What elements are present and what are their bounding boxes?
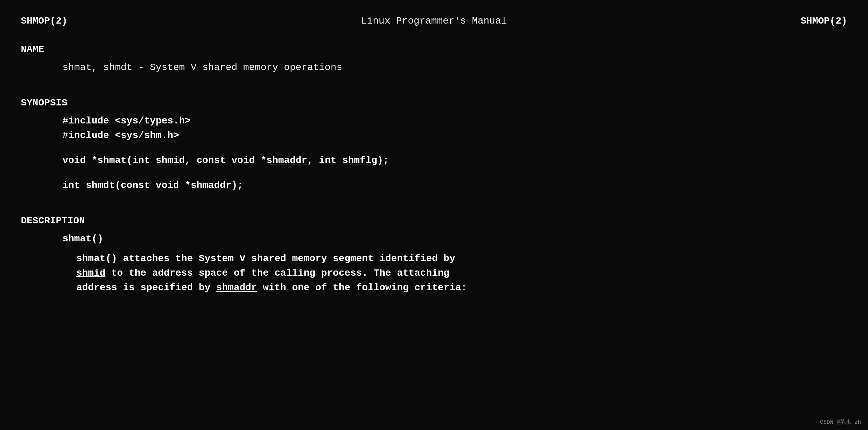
- description-label: DESCRIPTION: [21, 214, 847, 228]
- description-line1: shmat() attaches the System V shared mem…: [21, 251, 847, 266]
- name-content: shmat, shmdt - System V shared memory op…: [21, 60, 847, 75]
- func1-arg1: shmid: [156, 155, 185, 166]
- synopsis-func1: void *shmat(int shmid, const void *shmad…: [21, 153, 847, 168]
- func1-middle1: , const void *: [185, 155, 266, 166]
- synopsis-include2: #include <sys/shm.h>: [21, 128, 847, 143]
- synopsis-label: SYNOPSIS: [21, 96, 847, 110]
- name-label: NAME: [21, 42, 847, 57]
- synopsis-func2: int shmdt(const void *shmaddr);: [21, 178, 847, 193]
- func2-suffix: );: [231, 180, 243, 191]
- desc-line2-suffix: to the address space of the calling proc…: [105, 268, 449, 278]
- section-name: NAME shmat, shmdt - System V shared memo…: [21, 42, 847, 75]
- header-center: Linux Programmer's Manual: [361, 14, 507, 28]
- func1-arg3: shmflg: [342, 155, 377, 166]
- func2-arg1: shmaddr: [191, 180, 232, 191]
- func1-middle2: , int: [307, 155, 342, 166]
- header-right: SHMOP(2): [801, 14, 847, 28]
- man-header: SHMOP(2) Linux Programmer's Manual SHMOP…: [21, 14, 847, 28]
- description-shmat-sub: shmat(): [21, 232, 847, 246]
- desc-line3-prefix: address is specified by: [76, 282, 216, 293]
- description-line2: shmid to the address space of the callin…: [21, 266, 847, 281]
- header-left: SHMOP(2): [21, 14, 67, 28]
- description-line3: address is specified by shmaddr with one…: [21, 281, 847, 295]
- desc-line3-suffix: with one of the following criteria:: [257, 282, 467, 293]
- func1-arg2: shmaddr: [266, 155, 307, 166]
- synopsis-include1: #include <sys/types.h>: [21, 114, 847, 128]
- desc-shmid: shmid: [76, 268, 105, 278]
- func1-suffix: );: [377, 155, 389, 166]
- watermark: CSDN @落水 zh: [820, 418, 861, 427]
- desc-line1-text: shmat() attaches the System V shared mem…: [76, 253, 455, 264]
- man-page: SHMOP(2) Linux Programmer's Manual SHMOP…: [21, 14, 847, 295]
- desc-shmaddr: shmaddr: [216, 282, 257, 293]
- func1-prefix: void *shmat(int: [62, 155, 156, 166]
- section-description: DESCRIPTION shmat() shmat() attaches the…: [21, 214, 847, 295]
- func2-prefix: int shmdt(const void *: [62, 180, 191, 191]
- section-synopsis: SYNOPSIS #include <sys/types.h> #include…: [21, 96, 847, 193]
